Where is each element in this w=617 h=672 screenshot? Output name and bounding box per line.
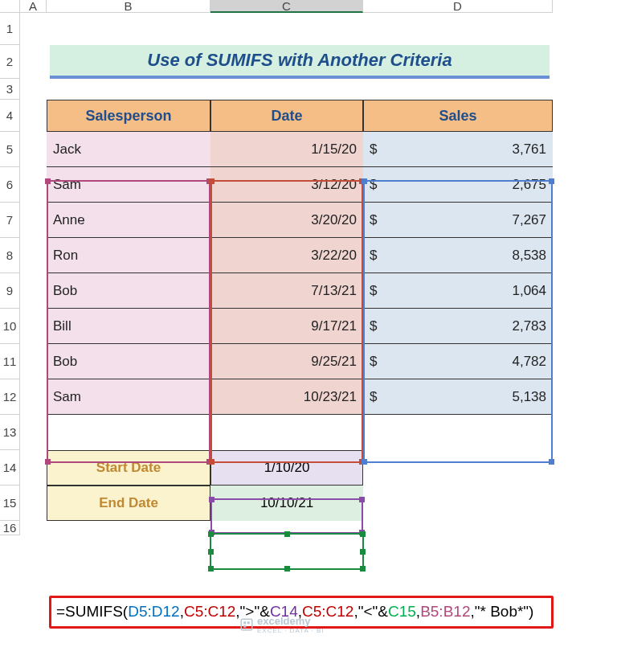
table-cell[interactable]: 3/22/20 [210, 238, 363, 273]
table-cell[interactable]: 9/25/21 [210, 344, 363, 379]
row-header-4[interactable]: 4 [0, 100, 20, 132]
table-cell[interactable]: $7,267 [363, 203, 553, 238]
row-header-16[interactable]: 16 [0, 521, 20, 535]
table-cell[interactable]: 3/20/20 [210, 203, 363, 238]
col-header-d[interactable]: D [363, 0, 553, 13]
table-cell[interactable]: Bob [47, 344, 210, 379]
row-header-10[interactable]: 10 [0, 309, 20, 344]
table-cell[interactable]: $3,761 [363, 132, 553, 167]
row-header-15[interactable]: 15 [0, 486, 20, 521]
spreadsheet-grid: A B C D 1 2 Use of SUMIFS with Another C… [0, 0, 617, 535]
table-cell[interactable]: $5,138 [363, 379, 553, 415]
table-cell[interactable]: Sam [47, 167, 210, 203]
row-header-9[interactable]: 9 [0, 273, 20, 309]
end-date-value[interactable]: 10/10/21 [210, 486, 363, 521]
row-header-1[interactable]: 1 [0, 13, 20, 45]
row-header-6[interactable]: 6 [0, 167, 20, 203]
header-salesperson: Salesperson [47, 100, 210, 132]
table-cell[interactable]: 3/12/20 [210, 167, 363, 203]
table-cell[interactable]: Ron [47, 238, 210, 273]
col-header-b[interactable]: B [47, 0, 210, 13]
start-date-label: Start Date [47, 450, 210, 486]
row-header-5[interactable]: 5 [0, 132, 20, 167]
svg-rect-2 [247, 621, 250, 624]
table-cell[interactable]: 7/13/21 [210, 273, 363, 309]
row-header-12[interactable]: 12 [0, 379, 20, 415]
row-header-14[interactable]: 14 [0, 450, 20, 486]
col-header-a[interactable]: A [20, 0, 47, 13]
table-cell[interactable]: 9/17/21 [210, 309, 363, 344]
page-title: Use of SUMIFS with Another Criteria [50, 45, 550, 79]
table-cell[interactable]: $4,782 [363, 344, 553, 379]
table-cell[interactable]: $2,675 [363, 167, 553, 203]
watermark: exceldemy EXCEL · DATA · BI [239, 615, 325, 634]
table-cell[interactable]: Sam [47, 379, 210, 415]
logo-icon [239, 617, 254, 632]
start-date-value[interactable]: 1/10/20 [210, 450, 363, 486]
grid-corner [0, 0, 20, 13]
table-cell[interactable]: $1,064 [363, 273, 553, 309]
col-header-c[interactable]: C [210, 0, 363, 13]
table-cell[interactable]: 1/15/20 [210, 132, 363, 167]
active-cell-selection [210, 533, 364, 570]
row-header-8[interactable]: 8 [0, 238, 20, 273]
svg-rect-3 [243, 625, 246, 628]
table-cell[interactable]: $2,783 [363, 309, 553, 344]
header-date: Date [210, 100, 363, 132]
row-header-2[interactable]: 2 [0, 45, 20, 79]
table-cell[interactable]: Bill [47, 309, 210, 344]
row-header-11[interactable]: 11 [0, 344, 20, 379]
table-cell[interactable]: 10/23/21 [210, 379, 363, 415]
table-cell[interactable]: Bob [47, 273, 210, 309]
svg-rect-0 [241, 619, 252, 630]
table-cell[interactable]: Jack [47, 132, 210, 167]
end-date-label: End Date [47, 486, 210, 521]
table-cell[interactable]: $8,538 [363, 238, 553, 273]
row-header-3[interactable]: 3 [0, 79, 20, 100]
row-header-7[interactable]: 7 [0, 203, 20, 238]
header-sales: Sales [363, 100, 553, 132]
row-header-13[interactable]: 13 [0, 415, 20, 450]
svg-rect-1 [243, 621, 246, 624]
table-cell[interactable]: Anne [47, 203, 210, 238]
